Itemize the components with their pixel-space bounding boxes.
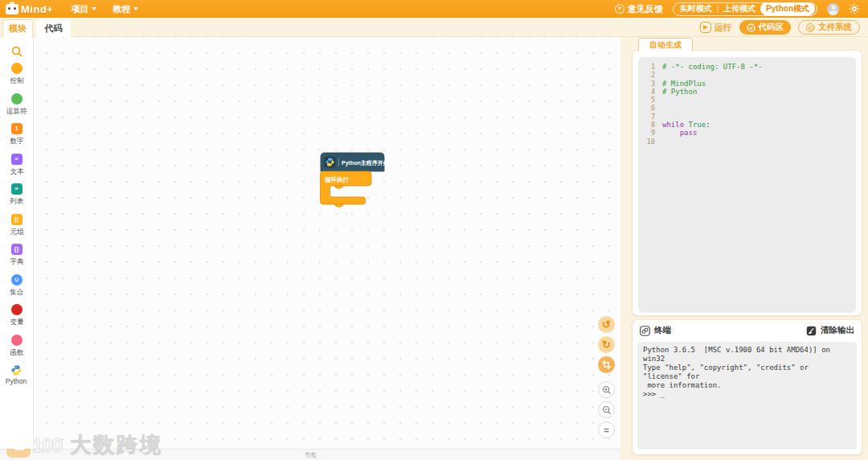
category-icon [11, 304, 23, 315]
tab-row: 模块 代码 运行 代码区 文件系统 [0, 18, 868, 37]
code-line: 10 [643, 138, 851, 146]
mode-option-1[interactable]: 实时模式 [680, 3, 712, 14]
block-canvas[interactable]: Python主程序开始 循环执行 ↺ ↻ = [34, 37, 620, 449]
category-icon [11, 63, 23, 74]
sidebar-category-文本[interactable]: ≡文本 [0, 154, 33, 177]
code-lines: 1# -*- coding: UTF-8 -*-23# MindPlus4# P… [643, 63, 851, 146]
category-label: 字典 [10, 257, 23, 266]
code-line: 2 [643, 71, 851, 79]
zoom-reset-button[interactable]: = [598, 421, 615, 438]
app-logo-text: Mind+ [21, 3, 53, 15]
category-label: 文本 [10, 166, 23, 176]
terminal-line: more information. [643, 381, 851, 390]
code-line: 5 [643, 96, 851, 104]
line-number: 10 [643, 138, 655, 146]
redo-button[interactable]: ↻ [598, 336, 615, 353]
category-label: 数字 [10, 136, 23, 146]
zoom-out-icon [602, 405, 612, 415]
terminal-panel: 终端 清除输出 Python 3.6.5 [MSC v.1900 64 bit … [632, 319, 862, 455]
zoom-in-button[interactable] [598, 381, 615, 398]
python-logo-icon [11, 364, 23, 376]
mode-option-2[interactable]: 上传模式 [723, 3, 755, 14]
link-icon [640, 326, 650, 336]
terminal-title: 终端 [640, 325, 671, 336]
mode-option-3[interactable]: Python模式 [760, 2, 815, 15]
gear-icon[interactable] [849, 3, 860, 14]
category-icon: ≡ [11, 154, 23, 165]
backpack-label: 书包 [305, 451, 316, 459]
terminal-line: Type "help", "copyright", "credits" or "… [643, 363, 851, 381]
sidebar-category-控制[interactable]: 控制 [0, 63, 33, 86]
tab-code[interactable]: 代码 [36, 19, 71, 37]
play-icon [700, 22, 711, 33]
line-number: 9 [643, 129, 655, 137]
sidebar-category-列表[interactable]: ≡列表 [0, 183, 33, 207]
search-icon[interactable] [10, 45, 23, 58]
tab-blocks[interactable]: 模块 [2, 19, 33, 37]
action-buttons: 运行 代码区 文件系统 [700, 19, 861, 35]
app-logo[interactable]: Mind+ [6, 3, 53, 15]
sidebar-category-字典[interactable]: {}字典 [0, 244, 33, 267]
category-label: 集合 [10, 287, 23, 297]
category-icon [11, 335, 23, 346]
code-line: 3# MindPlus [643, 80, 851, 88]
category-icon: ∪ [11, 274, 23, 285]
sidebar-category-数字[interactable]: 1数字 [0, 123, 33, 146]
sidebar-category-变量[interactable]: 变量 [0, 304, 33, 327]
topbar-right: ? 意见反馈 实时模式|上传模式Python模式 [615, 2, 868, 16]
robot-logo-icon [6, 4, 18, 14]
terminal-line: Python 3.6.5 [MSC v.1900 64 bit AMD64)] … [643, 346, 851, 363]
code-editor[interactable]: 1# -*- coding: UTF-8 -*-23# MindPlus4# P… [638, 57, 856, 313]
run-button[interactable]: 运行 [700, 22, 732, 34]
line-number: 2 [643, 71, 655, 79]
category-icon [11, 93, 23, 105]
hat-block-label: Python主程序开始 [342, 159, 390, 166]
code-line: 9 pass [643, 129, 851, 137]
category-label: 运算符 [6, 106, 27, 116]
clear-output-button[interactable]: 清除输出 [806, 325, 854, 336]
code-area-toggle[interactable]: 代码区 [739, 20, 792, 35]
block-category-sidebar: 控制运算符1数字≡文本≡列表()元组{}字典∪集合变量函数Python [0, 37, 34, 449]
terminal-line: >>> _ [643, 390, 851, 399]
chevron-down-icon [133, 7, 138, 10]
category-icon: 1 [11, 123, 23, 134]
equals-icon: = [604, 425, 608, 435]
code-line: 4# Python [643, 88, 851, 96]
top-bar: Mind+ 项目 教程 ? 意见反馈 实时模式|上传模式Python模式 [0, 0, 868, 18]
line-number: 1 [643, 63, 655, 71]
undo-button[interactable]: ↺ [598, 316, 615, 333]
sidebar-category-集合[interactable]: ∪集合 [0, 274, 33, 298]
center-blocks-button[interactable] [598, 356, 615, 373]
right-panel: 自动生成 1# -*- coding: UTF-8 -*-23# MindPlu… [620, 37, 868, 460]
zoom-out-button[interactable] [598, 401, 615, 418]
menu-tutorial[interactable]: 教程 [113, 3, 138, 15]
question-icon: ? [615, 4, 624, 14]
category-label: 变量 [10, 317, 23, 327]
file-system-button[interactable]: 文件系统 [798, 20, 860, 35]
sidebar-category-Python[interactable]: Python [0, 364, 33, 385]
feedback-button[interactable]: ? 意见反馈 [615, 3, 663, 15]
menu-project[interactable]: 项目 [71, 3, 96, 15]
tab-auto-generate[interactable]: 自动生成 [638, 38, 693, 51]
category-label: 函数 [10, 347, 23, 357]
terminal-output[interactable]: Python 3.6.5 [MSC v.1900 64 bit AMD64)] … [637, 342, 857, 450]
sidebar-category-函数[interactable]: 函数 [0, 335, 33, 358]
avatar[interactable] [827, 3, 839, 15]
sidebar-category-运算符[interactable]: 运算符 [0, 93, 33, 117]
sidebar-category-元组[interactable]: ()元组 [0, 214, 33, 237]
terminal-header: 终端 清除输出 [633, 320, 862, 341]
crop-icon [602, 360, 611, 369]
loop-block: 循环执行 [321, 171, 372, 207]
loop-block-label: 循环执行 [324, 176, 350, 183]
check-circle-icon [747, 23, 755, 32]
line-number: 7 [643, 113, 655, 121]
chevron-down-icon [92, 7, 96, 10]
menu-bar: 项目 教程 [71, 3, 138, 15]
program-blocks[interactable]: Python主程序开始 循环执行 [320, 152, 391, 208]
category-icon: () [11, 214, 23, 225]
category-label: 元组 [10, 227, 23, 236]
category-icon: {} [11, 244, 23, 255]
line-number: 5 [643, 96, 655, 104]
backpack-bar[interactable]: 书包 [0, 449, 620, 460]
mode-separator: | [717, 5, 719, 13]
